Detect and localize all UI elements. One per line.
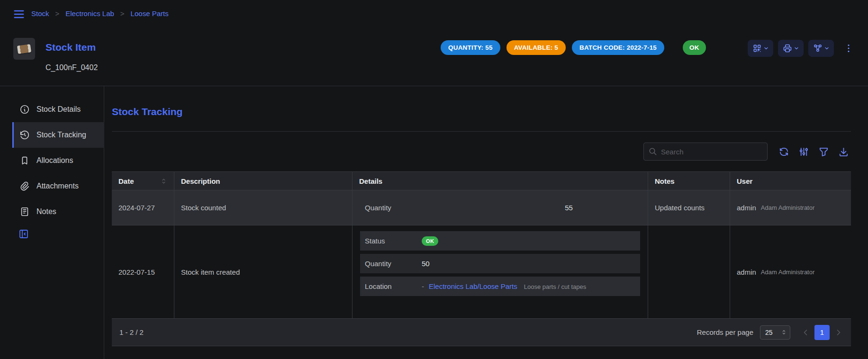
notes-icon: [19, 206, 30, 217]
page-size-select[interactable]: 25: [760, 325, 790, 340]
detail-label: Quantity: [365, 204, 422, 212]
breadcrumb: Stock > Electronics Lab > Loose Parts: [31, 9, 169, 18]
sidebar-item-notes[interactable]: Notes: [12, 199, 104, 224]
batch-code-badge: BATCH CODE: 2022-7-15: [572, 40, 664, 55]
sidebar-item-label: Notes: [36, 207, 56, 216]
chevron-down-icon: [763, 45, 769, 51]
cell-user: admin Adam Administrator: [730, 190, 851, 225]
status-ok-badge: OK: [683, 40, 706, 55]
cell-details: Quantity 55: [353, 190, 648, 225]
table-footer: 1 - 2 / 2 Records per page 25 1: [112, 318, 851, 346]
sidebar-item-allocations[interactable]: Allocations: [12, 148, 104, 173]
sidebar-item-label: Attachments: [36, 182, 79, 190]
username: admin: [737, 204, 756, 212]
breadcrumb-link-loose-parts[interactable]: Loose Parts: [131, 9, 169, 18]
location-dash: -: [422, 282, 424, 290]
status-ok-chip: OK: [422, 236, 438, 246]
table-row: 2024-07-27 Stock counted Quantity 55 Upd…: [112, 190, 851, 225]
detail-label: Quantity: [365, 260, 422, 268]
column-header-notes: Notes: [648, 172, 730, 190]
stock-actions-button[interactable]: [808, 40, 834, 57]
cell-description: Stock item created: [174, 225, 353, 318]
cell-details: Status OK Quantity 50 Location - Electro…: [353, 225, 648, 318]
paperclip-icon: [19, 181, 30, 191]
heading-divider: [112, 131, 851, 132]
cell-date: 2024-07-27: [112, 190, 174, 225]
detail-label: Location: [365, 282, 422, 290]
header-actions: [748, 40, 854, 57]
prev-page-icon[interactable]: [801, 328, 810, 337]
column-header-date: Date: [112, 172, 174, 190]
column-header-details: Details: [353, 172, 648, 190]
detail-label: Status: [365, 237, 422, 245]
table-toolbar: [643, 143, 849, 161]
printer-icon: [783, 44, 792, 53]
stock-tracking-table: Date Description Details Notes User 2024…: [112, 171, 851, 346]
sidebar-item-label: Stock Tracking: [36, 131, 86, 139]
detail-row-location: Location - Electronics Lab/Loose Parts L…: [360, 277, 640, 296]
breadcrumb-link-stock[interactable]: Stock: [31, 9, 49, 18]
table-row: 2022-07-15 Stock item created Status OK …: [112, 225, 851, 318]
selector-icon: [781, 329, 787, 335]
next-page-icon[interactable]: [834, 328, 843, 337]
table-header-row: Date Description Details Notes User: [112, 171, 851, 190]
column-header-user: User: [730, 172, 851, 190]
status-badges: QUANTITY: 55 AVAILABLE: 5 BATCH CODE: 20…: [441, 40, 706, 55]
pagination-controls: Records per page 25 1: [697, 325, 843, 340]
detail-value: 55: [422, 204, 635, 212]
records-per-page-label: Records per page: [697, 328, 753, 336]
breadcrumb-separator: >: [120, 9, 125, 18]
user-fullname: Adam Administrator: [761, 204, 814, 211]
menu-icon[interactable]: [12, 8, 26, 21]
part-name: C_100nF_0402: [45, 63, 98, 72]
cell-date: 2022-07-15: [112, 225, 174, 318]
detail-row-quantity: Quantity 50: [360, 254, 640, 273]
quantity-badge: QUANTITY: 55: [441, 40, 500, 55]
refresh-icon[interactable]: [778, 146, 789, 157]
stock-item-page: Stock > Electronics Lab > Loose Parts St…: [0, 0, 868, 359]
location-link[interactable]: Electronics Lab/Loose Parts: [429, 282, 517, 290]
filter-icon[interactable]: [818, 146, 829, 157]
sidebar-item-stock-details[interactable]: Stock Details: [12, 97, 104, 122]
cell-notes: [648, 225, 730, 318]
part-thumbnail[interactable]: [13, 38, 35, 60]
detail-value: 50: [422, 260, 430, 268]
more-options-icon[interactable]: [843, 43, 854, 54]
location-description: Loose parts / cut tapes: [524, 282, 587, 290]
search-box: [643, 143, 768, 161]
adjustments-icon[interactable]: [798, 146, 809, 157]
chevron-down-icon: [824, 45, 830, 51]
pager: 1: [801, 325, 843, 340]
current-page-button[interactable]: 1: [814, 325, 830, 340]
page-title: Stock Item: [45, 42, 96, 53]
sidebar-item-stock-tracking[interactable]: Stock Tracking: [12, 122, 104, 148]
sidebar-item-label: Stock Details: [36, 105, 81, 114]
history-icon: [19, 130, 30, 140]
record-range: 1 - 2 / 2: [119, 328, 144, 336]
qr-code-icon: [752, 44, 762, 53]
cell-description: Stock counted: [174, 190, 353, 225]
main-panel: Stock Tracking: [112, 86, 851, 359]
sort-icon[interactable]: [160, 178, 167, 185]
search-icon: [649, 147, 657, 156]
cell-notes: Updated counts: [648, 190, 730, 225]
chevron-down-icon: [794, 45, 799, 51]
capacitor-image: [17, 44, 31, 54]
stock-actions-icon: [813, 44, 823, 53]
sidebar-collapse-icon[interactable]: [18, 228, 29, 240]
info-circle-icon: [19, 104, 30, 115]
page-size-value: 25: [765, 329, 773, 336]
detail-row-status: Status OK: [360, 231, 640, 251]
download-icon[interactable]: [838, 146, 849, 157]
available-badge: AVAILABLE: 5: [506, 40, 566, 55]
sidebar-item-attachments[interactable]: Attachments: [12, 173, 104, 199]
search-input[interactable]: [661, 148, 762, 156]
sidebar-item-label: Allocations: [36, 156, 73, 165]
print-actions-button[interactable]: [778, 40, 804, 57]
sidebar: Stock Details Stock Tracking Allocations…: [0, 86, 104, 359]
column-header-description: Description: [174, 172, 353, 190]
breadcrumb-link-electronics-lab[interactable]: Electronics Lab: [65, 9, 114, 18]
barcode-actions-button[interactable]: [748, 40, 773, 57]
user-fullname: Adam Administrator: [761, 269, 814, 276]
username: admin: [737, 268, 756, 276]
